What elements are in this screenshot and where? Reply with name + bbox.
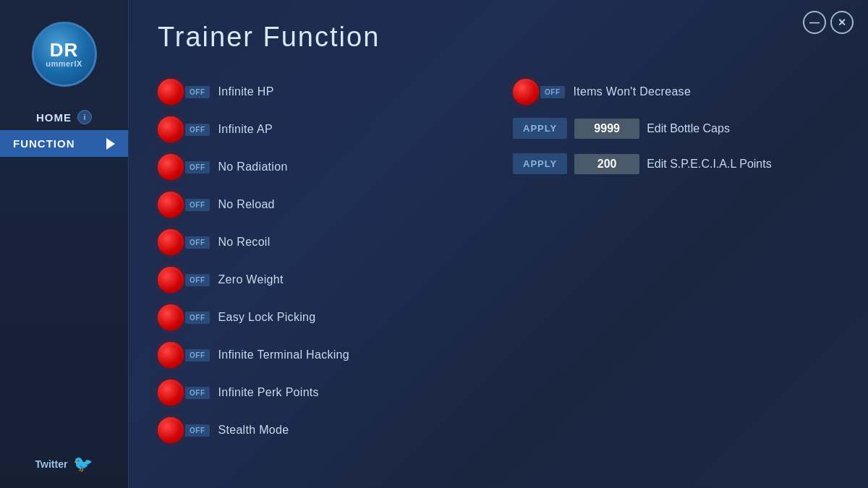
toggle-circle-5 (158, 267, 184, 293)
toggle-switch-7[interactable]: OFF (158, 342, 210, 368)
toggle-row: OFF Stealth Mode (158, 413, 498, 448)
left-column: OFF Infinite HP OFF Infinite AP OFF No R… (158, 74, 498, 448)
function-name-0: Infinite HP (218, 85, 274, 98)
toggle-row: OFF No Radiation (158, 150, 498, 184)
toggle-state-3: OFF (185, 199, 210, 211)
avatar: DR ummerIX (32, 22, 97, 87)
sidebar-item-home[interactable]: HOME i (36, 110, 92, 124)
apply-bottle-caps-button[interactable]: APPLY (513, 118, 567, 139)
toggle-state-6: OFF (185, 312, 210, 324)
toggle-switch-9[interactable]: OFF (158, 417, 210, 443)
toggle-circle-3 (158, 192, 184, 218)
toggle-row: OFF Easy Lock Picking (158, 300, 498, 335)
toggle-switch-2[interactable]: OFF (158, 154, 210, 180)
sidebar: DR ummerIX HOME i FUNCTION Twitter 🐦 (0, 0, 129, 488)
toggle-row: OFF No Reload (158, 187, 498, 222)
bottle-caps-input[interactable] (574, 119, 639, 139)
avatar-subtitle: ummerIX (46, 59, 82, 68)
apply-special-points-button[interactable]: APPLY (513, 153, 567, 174)
items-toggle-state: OFF (540, 86, 565, 98)
toggle-circle-9 (158, 417, 184, 443)
twitter-icon: 🐦 (73, 455, 93, 474)
toggle-circle-7 (158, 342, 184, 368)
toggle-row: OFF No Recoil (158, 225, 498, 260)
main-content: — ✕ Trainer Function OFF Infinite HP OFF… (129, 0, 868, 488)
special-points-input[interactable] (574, 154, 639, 174)
function-name-9: Stealth Mode (218, 424, 289, 437)
function-name-7: Infinite Terminal Hacking (218, 348, 350, 361)
toggle-state-7: OFF (185, 349, 210, 361)
bottle-caps-row: APPLY Edit Bottle Caps (513, 112, 839, 145)
toggle-switch-4[interactable]: OFF (158, 229, 210, 255)
toggle-state-1: OFF (185, 124, 210, 136)
avatar-initials: DR (50, 40, 79, 59)
toggle-state-8: OFF (185, 387, 210, 399)
right-column: OFF Items Won't Decrease APPLY Edit Bott… (498, 74, 839, 180)
toggle-switch-3[interactable]: OFF (158, 192, 210, 218)
close-button[interactable]: ✕ (830, 11, 854, 34)
toggle-row: OFF Zero Weight (158, 262, 498, 297)
toggle-circle-6 (158, 304, 184, 330)
function-name-1: Infinite AP (218, 123, 273, 136)
toggle-circle-0 (158, 79, 184, 105)
toggle-row: OFF Infinite AP (158, 112, 498, 147)
toggle-switch-1[interactable]: OFF (158, 116, 210, 142)
special-points-row: APPLY Edit S.P.E.C.I.A.L Points (513, 147, 839, 180)
toggle-row: OFF Infinite Terminal Hacking (158, 338, 498, 372)
items-toggle-row: OFF Items Won't Decrease (513, 74, 839, 109)
twitter-label: Twitter (35, 458, 68, 470)
window-controls: — ✕ (803, 11, 854, 34)
toggle-row: OFF Infinite HP (158, 74, 498, 109)
bottle-caps-label: Edit Bottle Caps (647, 122, 730, 135)
home-label: HOME (36, 111, 72, 124)
function-label: FUNCTION (13, 137, 106, 150)
function-name-3: No Reload (218, 198, 275, 211)
functions-grid: OFF Infinite HP OFF Infinite AP OFF No R… (158, 74, 839, 448)
items-toggle-circle (513, 79, 539, 105)
toggle-switch-6[interactable]: OFF (158, 304, 210, 330)
function-name-2: No Radiation (218, 160, 288, 174)
info-icon[interactable]: i (77, 110, 92, 124)
function-name-5: Zero Weight (218, 273, 284, 286)
function-name-6: Easy Lock Picking (218, 311, 316, 324)
toggle-circle-8 (158, 380, 184, 406)
function-name-4: No Recoil (218, 236, 271, 249)
items-toggle-switch[interactable]: OFF (513, 79, 565, 105)
toggle-state-0: OFF (185, 86, 210, 98)
toggle-switch-8[interactable]: OFF (158, 380, 210, 406)
toggle-switch-0[interactable]: OFF (158, 79, 210, 105)
special-points-label: Edit S.P.E.C.I.A.L Points (647, 158, 772, 171)
toggle-state-2: OFF (185, 161, 210, 174)
page-title: Trainer Function (158, 22, 839, 53)
sidebar-item-function[interactable]: FUNCTION (0, 130, 128, 157)
toggle-state-9: OFF (185, 424, 210, 437)
toggle-circle-2 (158, 154, 184, 180)
toggle-switch-5[interactable]: OFF (158, 267, 210, 293)
items-toggle-label: Items Won't Decrease (574, 85, 692, 98)
toggle-circle-1 (158, 116, 184, 142)
toggle-state-5: OFF (185, 274, 210, 286)
toggle-circle-4 (158, 229, 184, 255)
minimize-button[interactable]: — (803, 11, 826, 34)
function-name-8: Infinite Perk Points (218, 386, 319, 399)
toggle-state-4: OFF (185, 236, 210, 249)
twitter-link[interactable]: Twitter 🐦 (35, 455, 93, 474)
arrow-right-icon (106, 138, 115, 150)
toggle-row: OFF Infinite Perk Points (158, 375, 498, 410)
